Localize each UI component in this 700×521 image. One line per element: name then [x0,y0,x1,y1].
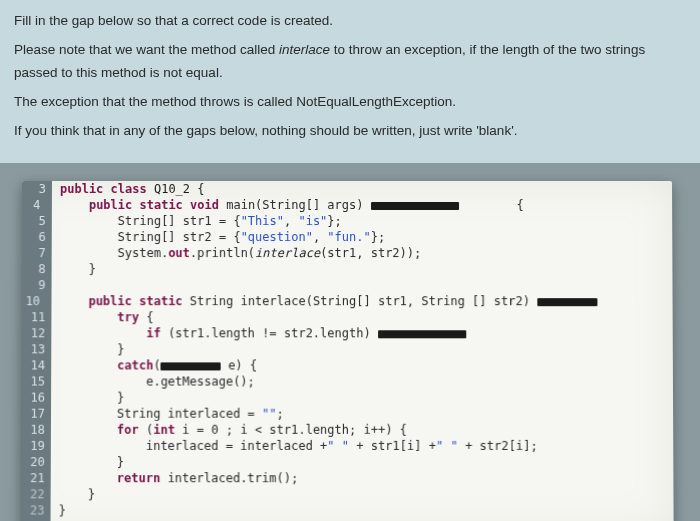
line-number: 22 [20,486,50,502]
line-number: 17 [21,405,51,421]
code-line: String interlaced = ""; [51,405,673,421]
instruction-line-2: Please note that we want the method call… [14,39,686,85]
code-panel: 3 public class Q10_2 { 4⊟ public static … [20,181,673,521]
line-number: 14 [21,357,51,373]
line-number: 19 [21,438,51,454]
code-line: public static void main(String[] args) { [52,197,672,213]
line-number: 6 [22,229,52,245]
code-line: return interlaced.trim(); [51,470,674,486]
line-number: 12 [21,325,51,341]
code-line: } [51,454,674,470]
code-line: } [51,389,673,405]
code-line: try { [51,309,672,325]
line-number: 9 [21,277,51,293]
code-line: public static String interlace(String[] … [51,293,672,309]
gap-blank [371,201,459,209]
code-line: if (str1.length != str2.length) [51,325,672,341]
code-line: } [51,341,673,357]
code-line [52,277,673,293]
line-number: 18 [21,421,51,437]
line-number: 3 [22,181,52,197]
gap-blank [378,329,466,337]
instruction-line-4: If you think that in any of the gaps bel… [14,120,686,143]
code-line: interlaced = interlaced +" " + str1[i] +… [51,438,673,454]
instruction-line-3: The exception that the method throws is … [14,91,686,114]
line-number: 8 [22,261,52,277]
fold-icon: ⊟ [40,197,45,213]
line-number: 7 [22,245,52,261]
code-line: } [52,261,673,277]
code-line: e.getMessage(); [51,373,673,389]
instruction-line-1: Fill in the gap below so that a correct … [14,10,686,33]
line-number: 4⊟ [22,197,52,213]
code-line: public class Q10_2 { [52,181,672,197]
gap-blank [537,297,597,305]
code-line: } [51,486,674,502]
line-number: 10⊟ [21,293,51,309]
code-line: String[] str2 = {"question", "fun."}; [52,229,673,245]
code-line: for (int i = 0 ; i < str1.length; i++) { [51,421,673,437]
code-line: String[] str1 = {"This", "is"}; [52,213,672,229]
code-line: } [51,502,674,518]
line-number: 16 [21,389,51,405]
gap-blank [161,362,221,370]
line-number: 21 [21,470,51,486]
line-number: 5 [22,213,52,229]
line-number: 15 [21,373,51,389]
code-line: System.out.println(interlace(str1, str2)… [52,245,673,261]
code-line: catch( e) { [51,357,673,373]
line-number: 11 [21,309,51,325]
code-photo-area: 3 public class Q10_2 { 4⊟ public static … [0,163,700,521]
fold-icon: ⊟ [40,293,46,309]
line-number: 13 [21,341,51,357]
line-number: 20 [21,454,51,470]
instructions-panel: Fill in the gap below so that a correct … [0,0,700,163]
line-number: 23 [20,502,50,518]
